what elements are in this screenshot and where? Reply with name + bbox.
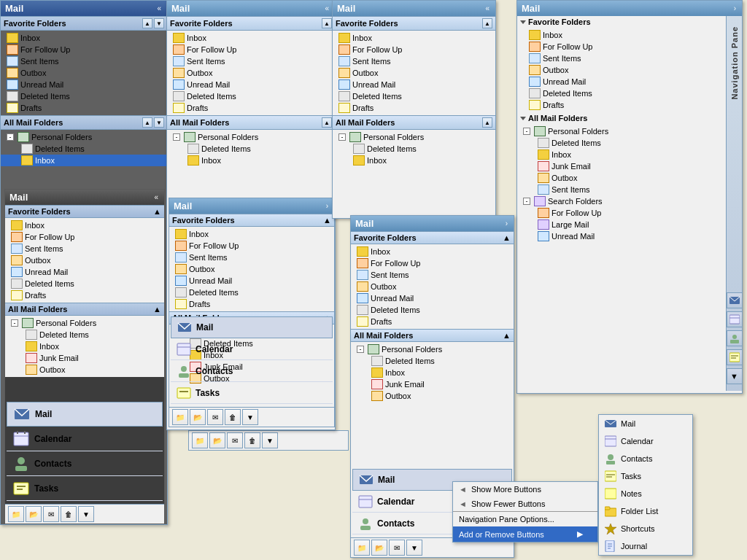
ip2-calendar-btn[interactable]: Calendar	[171, 339, 333, 360]
rp-outbox[interactable]: Outbox	[517, 64, 726, 76]
panel-right-expand-btn[interactable]: ›	[732, 4, 738, 12]
ip2-contacts-btn[interactable]: Contacts	[171, 361, 333, 382]
p2-inbox[interactable]: Inbox	[167, 32, 335, 44]
p4-tb4[interactable]: ▼	[406, 540, 422, 556]
p4-deleted[interactable]: Deleted Items	[351, 304, 514, 316]
inner-outbox-1[interactable]: Outbox	[5, 254, 164, 266]
favorite-expand-1[interactable]: ▼	[154, 18, 164, 28]
sub-folder-list[interactable]: Folder List	[599, 502, 692, 520]
p2-tree-deleted[interactable]: Deleted Items	[167, 143, 335, 155]
toolbar-btn-1b[interactable]: 📂	[26, 506, 42, 522]
p2-deleted[interactable]: Deleted Items	[167, 90, 335, 102]
inner-inbox-1[interactable]: Inbox	[5, 219, 164, 231]
folder-deleted-1[interactable]: Deleted Items	[1, 90, 167, 102]
folder-sent-1[interactable]: Sent Items	[1, 55, 167, 67]
panel-1-collapse-btn[interactable]: «	[155, 4, 163, 12]
rp-deleted[interactable]: Deleted Items	[517, 88, 726, 99]
ctx-add-remove[interactable]: Add or Remove Buttons ▶	[453, 526, 597, 542]
p4-tb3[interactable]: ✉	[389, 540, 405, 556]
p4-sent[interactable]: Sent Items	[351, 269, 514, 281]
inner-collapse-btn-1[interactable]: «	[152, 193, 160, 201]
p4-personal[interactable]: - Personal Folders	[351, 343, 514, 355]
side-tasks-btn[interactable]	[727, 349, 743, 365]
panel-3-collapse-btn[interactable]: «	[484, 4, 491, 12]
p4-inbox[interactable]: Inbox	[351, 246, 514, 257]
p2-tb2[interactable]: 📂	[209, 432, 225, 448]
inner-fav-header-1[interactable]: Favorite Folders ▲	[5, 205, 164, 218]
panel-2-collapse-btn[interactable]: «	[323, 4, 330, 12]
p2-outbox[interactable]: Outbox	[167, 67, 335, 79]
p3-tree-inbox[interactable]: Inbox	[333, 155, 495, 166]
p2-sent[interactable]: Sent Items	[167, 55, 335, 67]
toolbar-btn-1c[interactable]: ✉	[43, 506, 59, 522]
toolbar-btn-1a[interactable]: 📁	[8, 506, 24, 522]
ip2-unread[interactable]: Unread Mail	[169, 275, 334, 287]
ip2-outbox[interactable]: Outbox	[169, 263, 334, 275]
ctx-show-fewer[interactable]: ◄ Show Fewer Buttons	[453, 497, 597, 511]
inner-p2-collapse[interactable]: ›	[325, 202, 330, 210]
toolbar-btn-1d[interactable]: 🗑	[61, 506, 77, 522]
inner-sent-1[interactable]: Sent Items	[5, 243, 164, 254]
p4-tree-junk[interactable]: Junk Email	[351, 378, 514, 390]
p4-drafts[interactable]: Drafts	[351, 316, 514, 327]
nav-tasks-btn-inner[interactable]: Tasks	[7, 477, 163, 501]
p3-personal-expand[interactable]: -	[338, 133, 346, 141]
p3-followup[interactable]: For Follow Up	[333, 44, 495, 55]
nav-contacts-btn-inner[interactable]: Contacts	[7, 452, 163, 476]
ip2-sent[interactable]: Sent Items	[169, 252, 334, 263]
p3-deleted[interactable]: Deleted Items	[333, 90, 495, 102]
inner-drafts-1[interactable]: Drafts	[5, 289, 164, 301]
inner-all-header-1[interactable]: All Mail Folders ▲	[5, 303, 164, 316]
p4-tree-outbox[interactable]: Outbox	[351, 390, 514, 402]
rp-tree-deleted[interactable]: Deleted Items	[517, 137, 726, 149]
rp-unread[interactable]: Unread Mail	[517, 76, 726, 88]
side-mail-btn[interactable]	[727, 292, 743, 308]
ip2-tb1[interactable]: 📁	[172, 409, 188, 425]
ip2-drafts[interactable]: Drafts	[169, 298, 334, 310]
ctx-show-more[interactable]: ◄ Show More Buttons	[453, 482, 597, 497]
p2-drafts[interactable]: Drafts	[167, 102, 335, 114]
inner-personal-expand-1[interactable]: -	[11, 319, 18, 327]
ctx-nav-options[interactable]: Navigation Pane Options...	[453, 511, 597, 526]
p4-tb1[interactable]: 📁	[354, 540, 370, 556]
rp-sent[interactable]: Sent Items	[517, 52, 726, 64]
personal-folders-1[interactable]: - Personal Folders	[1, 131, 167, 143]
ip2-tasks-btn[interactable]: Tasks	[171, 383, 333, 404]
side-calendar-btn[interactable]	[727, 311, 743, 327]
p2-tree-inbox[interactable]: Inbox	[167, 155, 335, 166]
p2-tb3[interactable]: ✉	[227, 432, 243, 448]
tree-inbox-1[interactable]: Inbox	[1, 155, 167, 166]
all-header-4[interactable]: All Mail Folders ▲	[351, 329, 514, 342]
rp-personal-expand[interactable]: -	[523, 128, 530, 135]
p2-tb5[interactable]: ▼	[262, 432, 278, 448]
right-fav-header[interactable]: Favorite Folders	[517, 16, 726, 28]
folder-unread-1[interactable]: Unread Mail	[1, 79, 167, 90]
p3-sent[interactable]: Sent Items	[333, 55, 495, 67]
ip2-tb4[interactable]: 🗑	[225, 409, 241, 425]
fav-collapse-2[interactable]: ▲	[322, 18, 332, 28]
p3-unread[interactable]: Unread Mail	[333, 79, 495, 90]
folder-outbox-1[interactable]: Outbox	[1, 67, 167, 79]
p2-personal-expand[interactable]: -	[173, 133, 180, 141]
toolbar-btn-1e[interactable]: ▼	[78, 506, 94, 522]
all-mail-header-1[interactable]: All Mail Folders ▲ ▼	[1, 115, 167, 130]
side-contacts-btn[interactable]	[727, 330, 743, 346]
fav-header-2[interactable]: Favorite Folders ▲	[167, 16, 335, 31]
ip2-tb5[interactable]: ▼	[242, 409, 258, 425]
inner-tree-junk-1[interactable]: Junk Email	[5, 352, 164, 364]
tree-deleted-1[interactable]: Deleted Items	[1, 143, 167, 155]
p2-tb4[interactable]: 🗑	[244, 432, 260, 448]
p2-personal[interactable]: - Personal Folders	[167, 131, 335, 143]
rp-search-unread[interactable]: Unread Mail	[517, 230, 726, 242]
rp-personal[interactable]: - Personal Folders	[517, 125, 726, 137]
p4-followup[interactable]: For Follow Up	[351, 257, 514, 269]
sub-shortcuts[interactable]: Shortcuts	[599, 520, 692, 537]
p3-personal[interactable]: - Personal Folders	[333, 131, 495, 143]
panel-4-collapse-btn[interactable]: ›	[504, 219, 509, 228]
folder-followup-1[interactable]: For Follow Up	[1, 44, 167, 55]
sub-calendar[interactable]: Calendar	[599, 432, 692, 450]
p4-tree-inbox[interactable]: Inbox	[351, 367, 514, 378]
p4-tb2[interactable]: 📂	[371, 540, 387, 556]
p3-tree-deleted[interactable]: Deleted Items	[333, 143, 495, 155]
rp-inbox[interactable]: Inbox	[517, 29, 726, 41]
